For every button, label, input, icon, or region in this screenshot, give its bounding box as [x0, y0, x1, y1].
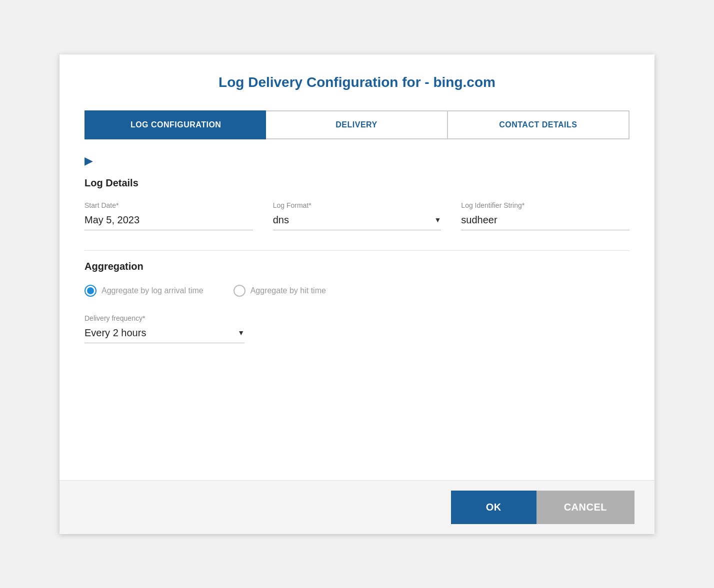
log-details-fields: Start Date* May 5, 2023 Log Format* dns …: [84, 201, 630, 230]
delivery-frequency-value: Every 2 hours: [84, 327, 146, 339]
ok-button[interactable]: OK: [451, 491, 536, 524]
delivery-frequency-select[interactable]: Every 2 hours ▼: [84, 327, 244, 343]
log-format-dropdown-arrow: ▼: [434, 216, 441, 224]
footer: OK CANCEL: [60, 480, 654, 534]
aggregation-title: Aggregation: [84, 261, 630, 272]
tab-contact-details[interactable]: CONTACT DETAILS: [448, 110, 630, 139]
cancel-button[interactable]: CANCEL: [536, 491, 634, 524]
radio-inner-arrival: [87, 287, 94, 294]
divider: [84, 250, 630, 251]
log-identifier-value[interactable]: sudheer: [461, 214, 630, 230]
radio-label-arrival: Aggregate by log arrival time: [102, 286, 204, 295]
expand-icon[interactable]: ▶: [84, 154, 93, 167]
start-date-label: Start Date*: [84, 201, 253, 209]
radio-circle-arrival: [84, 285, 96, 297]
log-format-group: Log Format* dns ▼: [273, 201, 442, 230]
radio-option-hit[interactable]: Aggregate by hit time: [234, 285, 326, 297]
log-format-label: Log Format*: [273, 201, 442, 209]
radio-group: Aggregate by log arrival time Aggregate …: [84, 285, 630, 297]
dialog-header: Log Delivery Configuration for - bing.co…: [60, 54, 654, 100]
delivery-section: Delivery frequency* Every 2 hours ▼: [84, 314, 630, 343]
log-details-title: Log Details: [84, 177, 630, 189]
start-date-group: Start Date* May 5, 2023: [84, 201, 253, 230]
radio-circle-hit: [234, 285, 246, 297]
tab-delivery[interactable]: DELIVERY: [266, 110, 448, 139]
radio-option-arrival[interactable]: Aggregate by log arrival time: [84, 285, 204, 297]
log-identifier-group: Log Identifier String* sudheer: [461, 201, 630, 230]
dialog: Log Delivery Configuration for - bing.co…: [60, 54, 654, 534]
content-area: ▶ Log Details Start Date* May 5, 2023 Lo…: [60, 139, 654, 480]
log-identifier-label: Log Identifier String*: [461, 201, 630, 209]
tabs-container: LOG CONFIGURATION DELIVERY CONTACT DETAI…: [84, 110, 630, 139]
dialog-title: Log Delivery Configuration for - bing.co…: [84, 74, 630, 90]
start-date-value[interactable]: May 5, 2023: [84, 214, 253, 230]
log-format-value: dns: [273, 214, 289, 226]
delivery-frequency-label: Delivery frequency*: [84, 314, 630, 322]
tab-log-configuration[interactable]: LOG CONFIGURATION: [84, 110, 266, 139]
delivery-frequency-arrow: ▼: [238, 329, 244, 337]
radio-label-hit: Aggregate by hit time: [250, 286, 326, 295]
aggregation-section: Aggregation Aggregate by log arrival tim…: [84, 261, 630, 297]
log-format-select[interactable]: dns ▼: [273, 214, 442, 230]
